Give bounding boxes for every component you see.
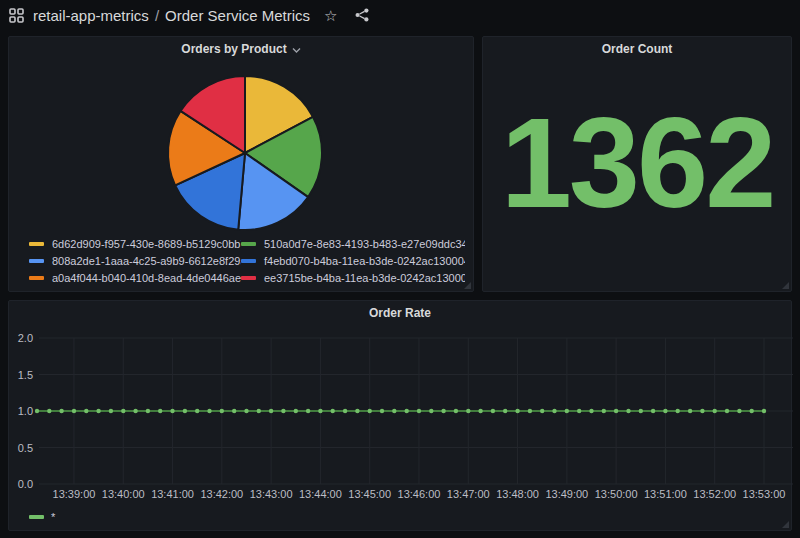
dashboards-grid-icon[interactable] [9,8,24,23]
series-point [651,409,655,413]
series-point [158,409,162,413]
x-axis-tick-label: 13:51:00 [644,488,687,500]
panel-resize-handle[interactable] [464,282,471,289]
series-color-swatch [241,259,256,263]
series-point [59,409,63,413]
series-point [405,409,409,413]
series-point [380,409,384,413]
series-point [639,409,643,413]
series-point [392,409,396,413]
y-axis-tick-label: 1.5 [18,369,33,381]
series-point [355,409,359,413]
x-axis-tick-label: 13:48:00 [496,488,539,500]
series-color-swatch [241,276,256,280]
series-point [195,409,199,413]
pie-legend: 6d62d909-f957-430e-8689-b5129c0bb75e510a… [29,235,465,286]
series-point [183,409,187,413]
pie-chart [9,61,475,241]
x-axis-tick-label: 13:40:00 [102,488,145,500]
series-point [577,409,581,413]
panel-order-count: Order Count 1362 [482,36,792,292]
x-axis-tick-label: 13:53:00 [743,488,786,500]
series-point [318,409,322,413]
series-point [47,409,51,413]
series-label: * [51,511,55,523]
series-point [331,409,335,413]
series-point [281,409,285,413]
breadcrumb-dashboard-name[interactable]: retail-app-metrics [33,7,149,24]
y-axis-tick-label: 0.0 [18,478,33,490]
x-axis-tick-label: 13:45:00 [348,488,391,500]
share-icon[interactable] [354,7,370,23]
series-point [207,409,211,413]
panel-title-order-count[interactable]: Order Count [483,37,791,61]
x-axis-tick-label: 13:44:00 [299,488,342,500]
x-axis-tick-label: 13:43:00 [250,488,293,500]
series-point [515,409,519,413]
x-axis-tick-label: 13:47:00 [447,488,490,500]
x-axis-tick-label: 13:50:00 [595,488,638,500]
series-point [170,409,174,413]
order-count-value: 1362 [501,99,774,227]
y-axis-tick-label: 0.5 [18,442,33,454]
series-point [589,409,593,413]
x-axis-tick-label: 13:46:00 [398,488,441,500]
series-point [133,409,137,413]
series-point [700,409,704,413]
series-point [269,409,273,413]
legend-item[interactable]: 6d62d909-f957-430e-8689-b5129c0bb75e [29,238,241,250]
series-point [232,409,236,413]
top-nav-bar: retail-app-metrics / Order Service Metri… [0,0,800,30]
series-point [417,409,421,413]
series-point [478,409,482,413]
series-point [725,409,729,413]
series-point [762,409,766,413]
series-color-swatch [29,276,44,280]
series-point [552,409,556,413]
star-icon[interactable]: ☆ [324,8,337,23]
series-point [368,409,372,413]
x-axis-tick-label: 13:52:00 [693,488,736,500]
series-color-swatch [241,242,256,246]
chevron-down-icon [292,47,301,54]
series-point [750,409,754,413]
series-point [306,409,310,413]
series-point [626,409,630,413]
series-label: 808a2de1-1aaa-4c25-a9b9-6612e8f29a38 [52,255,241,267]
series-label: ee3715be-b4ba-11ea-b3de-0242ac130004 [264,272,465,284]
series-label: 510a0d7e-8e83-4193-b483-e27e09ddc34d [264,238,465,250]
series-point [146,409,150,413]
series-point [528,409,532,413]
x-axis-tick-label: 13:41:00 [151,488,194,500]
panel-resize-handle[interactable] [782,521,789,528]
timeseries-legend-item[interactable]: * [29,511,55,523]
legend-item[interactable]: ee3715be-b4ba-11ea-b3de-0242ac130004 [241,272,465,284]
series-point [343,409,347,413]
series-point [491,409,495,413]
series-point [688,409,692,413]
series-point [257,409,261,413]
series-point [441,409,445,413]
legend-item[interactable]: a0a4f044-b040-410d-8ead-4de0446aec7e [29,272,241,284]
x-axis-tick-label: 13:39:00 [53,488,96,500]
series-color-swatch [29,242,44,246]
series-label: a0a4f044-b040-410d-8ead-4de0446aec7e [52,272,241,284]
series-point [84,409,88,413]
series-point [737,409,741,413]
series-point [35,409,39,413]
y-axis-tick-label: 2.0 [18,332,33,344]
series-point [676,409,680,413]
panel-resize-handle[interactable] [782,282,789,289]
series-point [220,409,224,413]
y-axis-tick-label: 1.0 [18,405,33,417]
legend-item[interactable]: 808a2de1-1aaa-4c25-a9b9-6612e8f29a38 [29,255,241,267]
x-axis-tick-label: 13:42:00 [200,488,243,500]
order-rate-chart: 2.01.51.00.50.013:39:0013:40:0013:41:001… [9,301,793,532]
legend-item[interactable]: f4ebd070-b4ba-11ea-b3de-0242ac130004 [241,255,465,267]
series-point [294,409,298,413]
legend-item[interactable]: 510a0d7e-8e83-4193-b483-e27e09ddc34d [241,238,465,250]
breadcrumb-page-title[interactable]: Order Service Metrics [165,7,310,24]
series-color-swatch [29,259,44,263]
panel-title-orders-by-product[interactable]: Orders by Product [9,37,473,61]
series-point [565,409,569,413]
